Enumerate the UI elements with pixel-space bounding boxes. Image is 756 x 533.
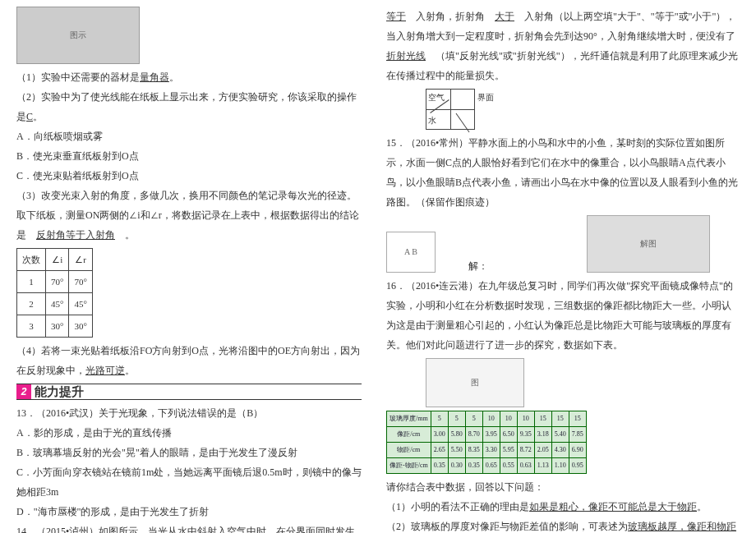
answer-14a: 等于 <box>386 11 406 22</box>
solution-label: 解： <box>468 256 488 276</box>
q16-2: （2）玻璃板的厚度对像距与物距差值的影响，可表述为玻璃板越厚，像距和物距差值越大… <box>386 517 740 533</box>
q13-B: B．玻璃幕墙反射的光会"晃"着人的眼睛，是由于光发生了漫反射 <box>16 443 362 462</box>
q15-stem-figure: A B <box>386 232 436 273</box>
answer-3: 反射角等于入射角 <box>36 229 115 241</box>
data-table-2: 玻璃厚度/mm555101010151515 像距/cm3.005.808.70… <box>386 411 587 474</box>
answer-14c: 折射光线 <box>386 50 426 62</box>
q13-A: A．影的形成，是由于光的直线传播 <box>16 423 362 443</box>
answer-1: 量角器 <box>140 71 169 83</box>
ability-number: 2 <box>16 384 31 399</box>
q13-C: C．小芳面向穿衣镜站在镜前1m处，当她远离平面镜后退0.5m时，则镜中的像与她相… <box>16 462 362 502</box>
q16: 16．（2016•连云港）在九年级总复习时，同学们再次做"探究平面镜成像特点"的… <box>386 276 740 355</box>
answer-16-1: 如果是粗心，像距不可能总是大于物距 <box>529 501 697 512</box>
q3: （3）改变光束入射的角度，多做几次，换用不同颜色的笔记录每次光的径迹。取下纸板，… <box>16 186 362 245</box>
answer-4: 光路可逆 <box>85 365 125 376</box>
q16-1: （1）小明的看法不正确的理由是如果是粗心，像距不可能总是大于物距。 <box>386 497 740 517</box>
q16-intro: 请你结合表中数据，回答以下问题： <box>386 477 740 497</box>
q13-D: D．"海市蜃楼"的形成，是由于光发生了折射 <box>16 502 362 522</box>
data-table-1: 次数 ∠i ∠r 170°70° 245°45° 330°30° <box>16 248 93 338</box>
q4: （4）若将一束光贴着纸板沿FO方向射到O点，光将沿图中的OE方向射出，因为在反射… <box>16 341 362 380</box>
q2: （2）实验中为了使光线能在纸板上显示出来，方便实验研究，你该采取的操作是C。 <box>16 87 362 126</box>
q2-optB: B．使光束垂直纸板射到O点 <box>16 146 362 166</box>
ability-title: 能力提升 <box>35 379 84 404</box>
answer-14b: 大于 <box>495 11 514 22</box>
experiment-diagram: 图示 <box>16 7 140 64</box>
answer-2: C <box>26 111 33 122</box>
q14-start: 14．（2015•泸州）如图所示，当光从水中斜射入空气中时，在分界面同时发生反射… <box>16 522 362 533</box>
mirror-diagram: 图 <box>426 358 524 407</box>
q1: （1）实验中还需要的器材是量角器。 <box>16 67 362 87</box>
q2-optC: C．使光束贴着纸板射到O点 <box>16 166 362 186</box>
ability-heading: 2 能力提升 <box>16 384 362 400</box>
q15-solution-figure: 解图 <box>587 215 710 273</box>
q14-cont: 等于 入射角，折射角 大于 入射角（以上两空填"大于"、"等于"或"小于"），当… <box>386 7 740 85</box>
q15: 15．（2016•常州）平静水面上的小鸟和水中的小鱼，某时刻的实际位置如图所示，… <box>386 133 740 212</box>
q13: 13．（2016•武汉）关于光现象，下列说法错误的是（B） <box>16 403 362 423</box>
q2-optA: A．向纸板喷烟或雾 <box>16 126 362 146</box>
refraction-diagram: 空气 界面 水 <box>426 89 475 130</box>
